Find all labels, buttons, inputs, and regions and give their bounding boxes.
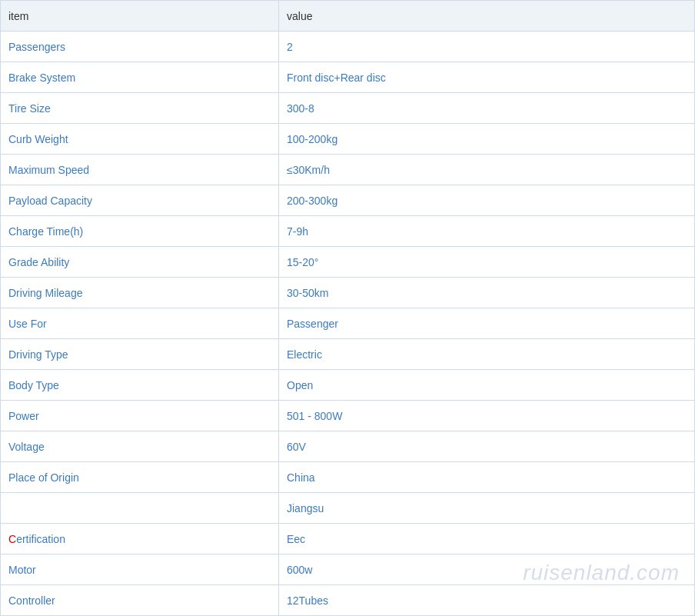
table-row: Voltage60V bbox=[1, 431, 694, 462]
table-row: Tire Size300-8 bbox=[1, 93, 694, 124]
value-cell: 12Tubes bbox=[279, 585, 694, 615]
specs-table: item value Passengers2Brake SystemFront … bbox=[0, 0, 695, 616]
table-row: Driving TypeElectric bbox=[1, 339, 694, 370]
item-cell: Place of Origin bbox=[1, 462, 279, 492]
value-cell: 15-20° bbox=[279, 247, 694, 277]
table-header-row: item value bbox=[1, 1, 694, 32]
header-value-label: value bbox=[287, 10, 312, 22]
item-cell: Payload Capacity bbox=[1, 185, 279, 215]
value-cell: 100-200kg bbox=[279, 124, 694, 154]
value-cell: Electric bbox=[279, 339, 694, 369]
item-cell: Driving Mileage bbox=[1, 278, 279, 308]
item-cell: Voltage bbox=[1, 431, 279, 461]
value-cell: 501 - 800W bbox=[279, 401, 694, 431]
value-cell: Front disc+Rear disc bbox=[279, 62, 694, 92]
table-row: Charge Time(h)7-9h bbox=[1, 216, 694, 247]
table-row: Passengers2 bbox=[1, 32, 694, 62]
item-cell: Use For bbox=[1, 308, 279, 338]
value-cell: Jiangsu bbox=[279, 493, 694, 523]
table-row: CertificationEec bbox=[1, 524, 694, 554]
item-cell: Driving Type bbox=[1, 339, 279, 369]
value-cell: China bbox=[279, 462, 694, 492]
table-row: Curb Weight100-200kg bbox=[1, 124, 694, 155]
table-row: Jiangsu bbox=[1, 493, 694, 524]
table-row: Motor600w bbox=[1, 554, 694, 585]
value-cell: 300-8 bbox=[279, 93, 694, 123]
item-cell: Maximum Speed bbox=[1, 155, 279, 185]
value-cell: ≤30Km/h bbox=[279, 155, 694, 185]
table-row: Body TypeOpen bbox=[1, 370, 694, 401]
table-row: Power501 - 800W bbox=[1, 401, 694, 431]
item-cell: Controller bbox=[1, 585, 279, 615]
value-cell: 2 bbox=[279, 32, 694, 62]
value-cell: 7-9h bbox=[279, 216, 694, 246]
value-cell: Open bbox=[279, 370, 694, 400]
item-cell: Grade Ability bbox=[1, 247, 279, 277]
table-row: Controller12Tubes bbox=[1, 585, 694, 616]
header-item-cell: item bbox=[1, 1, 279, 31]
item-cell: Charge Time(h) bbox=[1, 216, 279, 246]
value-cell: 30-50km bbox=[279, 278, 694, 308]
value-cell: 600w bbox=[279, 554, 694, 584]
item-cell: Certification bbox=[1, 524, 279, 554]
table-row: Brake SystemFront disc+Rear disc bbox=[1, 62, 694, 93]
table-row: Payload Capacity200-300kg bbox=[1, 185, 694, 216]
item-cell: Passengers bbox=[1, 32, 279, 62]
table-row: Driving Mileage30-50km bbox=[1, 278, 694, 308]
table-row: Maximum Speed≤30Km/h bbox=[1, 155, 694, 185]
table-row: Use ForPassenger bbox=[1, 308, 694, 339]
table-row: Place of OriginChina bbox=[1, 462, 694, 493]
header-item-label: item bbox=[8, 10, 28, 22]
value-cell: Eec bbox=[279, 524, 694, 554]
value-cell: 60V bbox=[279, 431, 694, 461]
header-value-cell: value bbox=[279, 1, 694, 31]
item-cell: Tire Size bbox=[1, 93, 279, 123]
table-row: Grade Ability15-20° bbox=[1, 247, 694, 278]
value-cell: Passenger bbox=[279, 308, 694, 338]
item-cell: Curb Weight bbox=[1, 124, 279, 154]
item-cell: Power bbox=[1, 401, 279, 431]
item-cell: Brake System bbox=[1, 62, 279, 92]
item-cell bbox=[1, 493, 279, 523]
value-cell: 200-300kg bbox=[279, 185, 694, 215]
item-cell: Motor bbox=[1, 554, 279, 584]
item-cell: Body Type bbox=[1, 370, 279, 400]
